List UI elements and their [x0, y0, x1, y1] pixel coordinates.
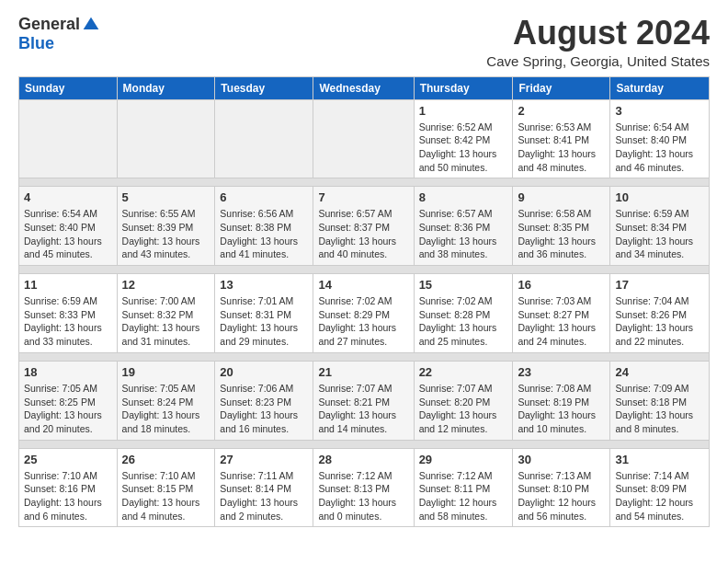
- day-number: 16: [518, 278, 605, 292]
- col-wednesday: Wednesday: [313, 76, 414, 99]
- logo-blue-text: Blue: [18, 34, 54, 53]
- month-title: August 2024: [486, 15, 710, 52]
- table-row: 12Sunrise: 7:00 AMSunset: 8:32 PMDayligh…: [117, 274, 215, 353]
- calendar-row-3: 18Sunrise: 7:05 AMSunset: 8:25 PMDayligh…: [19, 361, 710, 440]
- cell-detail: Sunrise: 7:01 AMSunset: 8:31 PMDaylight:…: [220, 294, 308, 349]
- day-number: 11: [24, 278, 112, 292]
- cell-detail: Sunrise: 7:02 AMSunset: 8:29 PMDaylight:…: [318, 294, 408, 349]
- table-row: [215, 99, 313, 178]
- title-section: August 2024 Cave Spring, Georgia, United…: [486, 15, 710, 69]
- day-number: 2: [518, 104, 605, 118]
- cell-detail: Sunrise: 6:58 AMSunset: 8:35 PMDaylight:…: [518, 207, 605, 261]
- col-sunday: Sunday: [19, 76, 118, 99]
- page: General Blue August 2024 Cave Spring, Ge…: [0, 0, 728, 536]
- table-row: 23Sunrise: 7:08 AMSunset: 8:19 PMDayligh…: [513, 361, 610, 440]
- table-row: 8Sunrise: 6:57 AMSunset: 8:36 PMDaylight…: [414, 187, 513, 266]
- day-number: 24: [615, 365, 704, 379]
- day-number: 7: [318, 190, 408, 204]
- day-number: 13: [220, 278, 308, 292]
- day-number: 12: [122, 278, 210, 292]
- day-number: 8: [419, 190, 508, 204]
- day-number: 25: [24, 453, 112, 466]
- day-number: 19: [122, 365, 210, 379]
- cell-detail: Sunrise: 6:55 AMSunset: 8:39 PMDaylight:…: [122, 207, 210, 261]
- cell-detail: Sunrise: 6:59 AMSunset: 8:34 PMDaylight:…: [615, 207, 704, 261]
- cell-detail: Sunrise: 7:07 AMSunset: 8:21 PMDaylight:…: [318, 382, 408, 436]
- table-row: [313, 99, 414, 178]
- cell-detail: Sunrise: 7:12 AMSunset: 8:11 PMDaylight:…: [419, 469, 508, 523]
- cell-detail: Sunrise: 6:56 AMSunset: 8:38 PMDaylight:…: [220, 207, 308, 261]
- calendar-row-2: 11Sunrise: 6:59 AMSunset: 8:33 PMDayligh…: [19, 274, 710, 353]
- table-row: 4Sunrise: 6:54 AMSunset: 8:40 PMDaylight…: [19, 187, 118, 266]
- table-row: 27Sunrise: 7:11 AMSunset: 8:14 PMDayligh…: [215, 448, 313, 527]
- cell-detail: Sunrise: 7:02 AMSunset: 8:28 PMDaylight:…: [419, 294, 508, 349]
- table-row: 7Sunrise: 6:57 AMSunset: 8:37 PMDaylight…: [313, 187, 414, 266]
- cell-detail: Sunrise: 6:59 AMSunset: 8:33 PMDaylight:…: [24, 294, 112, 349]
- table-row: 29Sunrise: 7:12 AMSunset: 8:11 PMDayligh…: [414, 448, 513, 527]
- table-row: [117, 99, 215, 178]
- day-number: 5: [122, 190, 210, 204]
- table-row: 9Sunrise: 6:58 AMSunset: 8:35 PMDaylight…: [513, 187, 610, 266]
- cell-detail: Sunrise: 7:14 AMSunset: 8:09 PMDaylight:…: [615, 469, 704, 523]
- day-number: 29: [419, 453, 508, 466]
- table-row: 1Sunrise: 6:52 AMSunset: 8:42 PMDaylight…: [414, 99, 513, 178]
- table-row: 19Sunrise: 7:05 AMSunset: 8:24 PMDayligh…: [117, 361, 215, 440]
- cell-detail: Sunrise: 7:00 AMSunset: 8:32 PMDaylight:…: [122, 294, 210, 349]
- day-number: 4: [24, 190, 112, 204]
- calendar-row-0: 1Sunrise: 6:52 AMSunset: 8:42 PMDaylight…: [19, 99, 710, 178]
- table-row: 10Sunrise: 6:59 AMSunset: 8:34 PMDayligh…: [610, 187, 710, 266]
- day-number: 14: [318, 278, 408, 292]
- table-row: 15Sunrise: 7:02 AMSunset: 8:28 PMDayligh…: [414, 274, 513, 353]
- logo-general-text: General: [18, 15, 80, 34]
- day-number: 30: [518, 453, 605, 466]
- day-number: 10: [615, 190, 704, 204]
- table-row: 20Sunrise: 7:06 AMSunset: 8:23 PMDayligh…: [215, 361, 313, 440]
- col-thursday: Thursday: [414, 76, 513, 99]
- cell-detail: Sunrise: 6:57 AMSunset: 8:36 PMDaylight:…: [419, 207, 508, 261]
- calendar-header-row: Sunday Monday Tuesday Wednesday Thursday…: [19, 76, 710, 99]
- day-number: 17: [615, 278, 704, 292]
- table-row: 21Sunrise: 7:07 AMSunset: 8:21 PMDayligh…: [313, 361, 414, 440]
- day-number: 18: [24, 365, 112, 379]
- col-monday: Monday: [117, 76, 215, 99]
- cell-detail: Sunrise: 7:09 AMSunset: 8:18 PMDaylight:…: [615, 382, 704, 436]
- cell-detail: Sunrise: 7:11 AMSunset: 8:14 PMDaylight:…: [220, 469, 308, 523]
- location-title: Cave Spring, Georgia, United States: [486, 53, 710, 69]
- day-number: 27: [220, 453, 308, 466]
- table-row: 26Sunrise: 7:10 AMSunset: 8:15 PMDayligh…: [117, 448, 215, 527]
- calendar-table: Sunday Monday Tuesday Wednesday Thursday…: [18, 76, 710, 528]
- row-divider: [19, 178, 710, 187]
- day-number: 28: [318, 453, 408, 466]
- col-tuesday: Tuesday: [215, 76, 313, 99]
- row-divider: [19, 440, 710, 448]
- svg-marker-0: [84, 17, 99, 29]
- table-row: 24Sunrise: 7:09 AMSunset: 8:18 PMDayligh…: [610, 361, 710, 440]
- table-row: 14Sunrise: 7:02 AMSunset: 8:29 PMDayligh…: [313, 274, 414, 353]
- cell-detail: Sunrise: 7:10 AMSunset: 8:16 PMDaylight:…: [24, 469, 112, 523]
- table-row: 22Sunrise: 7:07 AMSunset: 8:20 PMDayligh…: [414, 361, 513, 440]
- cell-detail: Sunrise: 6:53 AMSunset: 8:41 PMDaylight:…: [518, 121, 605, 175]
- calendar-row-4: 25Sunrise: 7:10 AMSunset: 8:16 PMDayligh…: [19, 448, 710, 527]
- day-number: 26: [122, 453, 210, 466]
- cell-detail: Sunrise: 6:57 AMSunset: 8:37 PMDaylight:…: [318, 207, 408, 261]
- cell-detail: Sunrise: 7:04 AMSunset: 8:26 PMDaylight:…: [615, 294, 704, 349]
- day-number: 3: [615, 104, 704, 118]
- cell-detail: Sunrise: 7:03 AMSunset: 8:27 PMDaylight:…: [518, 294, 605, 349]
- cell-detail: Sunrise: 7:05 AMSunset: 8:25 PMDaylight:…: [24, 382, 112, 436]
- table-row: [19, 99, 118, 178]
- table-row: 11Sunrise: 6:59 AMSunset: 8:33 PMDayligh…: [19, 274, 118, 353]
- cell-detail: Sunrise: 7:12 AMSunset: 8:13 PMDaylight:…: [318, 469, 408, 523]
- table-row: 25Sunrise: 7:10 AMSunset: 8:16 PMDayligh…: [19, 448, 118, 527]
- cell-detail: Sunrise: 6:52 AMSunset: 8:42 PMDaylight:…: [419, 121, 508, 175]
- cell-detail: Sunrise: 7:07 AMSunset: 8:20 PMDaylight:…: [419, 382, 508, 436]
- day-number: 1: [419, 104, 508, 118]
- day-number: 9: [518, 190, 605, 204]
- table-row: 18Sunrise: 7:05 AMSunset: 8:25 PMDayligh…: [19, 361, 118, 440]
- day-number: 21: [318, 365, 408, 379]
- day-number: 6: [220, 190, 308, 204]
- col-saturday: Saturday: [610, 76, 710, 99]
- logo: General Blue: [18, 15, 100, 53]
- day-number: 22: [419, 365, 508, 379]
- cell-detail: Sunrise: 6:54 AMSunset: 8:40 PMDaylight:…: [615, 121, 704, 175]
- row-divider: [19, 266, 710, 274]
